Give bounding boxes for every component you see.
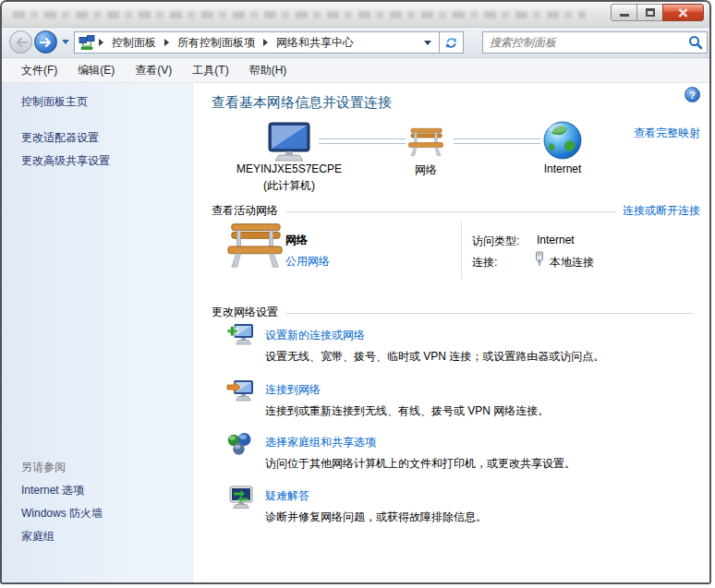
page-title: 查看基本网络信息并设置连接 [212, 94, 392, 112]
local-connection-link[interactable]: 本地连接 [550, 255, 594, 270]
refresh-button[interactable] [439, 31, 464, 54]
menu-help[interactable]: 帮助(H) [239, 59, 297, 82]
map-computer-icon[interactable] [265, 122, 313, 166]
network-location-icon [79, 35, 95, 51]
map-connection-line [454, 138, 540, 144]
window-body: 控制面板主页 更改适配器设置 更改高级共享设置 另请参阅 Internet 选项… [2, 83, 709, 582]
map-network-label: 网络 [389, 162, 463, 178]
network-settings-header: 更改网络设置 [212, 305, 278, 320]
breadcrumb-network-sharing-center[interactable]: 网络和共享中心 [272, 33, 358, 53]
see-full-map-link[interactable]: 查看完整映射 [634, 126, 700, 141]
menu-view[interactable]: 查看(V) [125, 59, 182, 82]
sidebar-item-internet-options[interactable]: Internet 选项 [21, 483, 84, 498]
menu-tools[interactable]: 工具(T) [182, 59, 238, 82]
sidebar-item-change-advanced-sharing[interactable]: 更改高级共享设置 [21, 153, 110, 169]
homegroup-sharing-link[interactable]: 选择家庭组和共享选项 [265, 435, 376, 450]
menu-bar: 文件(F) 编辑(E) 查看(V) 工具(T) 帮助(H) [2, 58, 709, 83]
menu-file[interactable]: 文件(F) [11, 59, 67, 82]
see-also-header: 另请参阅 [21, 460, 66, 475]
active-networks-header: 查看活动网络 [212, 203, 278, 219]
search-icon [688, 35, 703, 50]
search-box [482, 31, 708, 54]
close-icon [678, 8, 688, 18]
navigation-bar: 控制面板 所有控制面板项 网络和共享中心 [2, 28, 709, 58]
map-computer-note: (此计算机) [213, 178, 365, 194]
connect-to-network-desc: 连接到或重新连接到无线、有线、拨号或 VPN 网络连接。 [265, 403, 549, 419]
sidebar-item-change-adapter-settings[interactable]: 更改适配器设置 [21, 130, 99, 146]
sidebar-item-control-panel-home[interactable]: 控制面板主页 [21, 94, 88, 110]
setup-new-connection-link[interactable]: 设置新的连接或网络 [265, 328, 365, 343]
forward-button[interactable] [34, 30, 57, 54]
map-internet-label: Internet [522, 162, 603, 175]
access-type-value: Internet [537, 234, 575, 246]
map-internet-icon[interactable] [542, 120, 583, 164]
troubleshoot-desc: 诊断并修复网络问题，或获得故障排除信息。 [265, 510, 487, 525]
help-button[interactable]: ? [685, 87, 700, 102]
window-controls [611, 4, 704, 21]
sidebar-item-windows-firewall[interactable]: Windows 防火墙 [21, 506, 103, 522]
map-network-icon[interactable] [407, 127, 444, 161]
window-title-illegible [13, 11, 586, 18]
breadcrumb-separator [263, 39, 268, 46]
back-arrow-icon [14, 36, 29, 49]
section-rule [285, 211, 615, 212]
left-task-pane: 控制面板主页 更改适配器设置 更改高级共享设置 另请参阅 Internet 选项… [2, 83, 192, 582]
ethernet-plug-icon [534, 251, 545, 270]
maximize-button[interactable] [636, 4, 663, 21]
forward-arrow-icon [39, 36, 54, 49]
breadcrumb-control-panel[interactable]: 控制面板 [107, 33, 161, 53]
connections-label: 连接: [472, 255, 497, 270]
back-button[interactable] [9, 30, 32, 54]
connect-disconnect-link[interactable]: 连接或断开连接 [623, 203, 700, 219]
connect-to-network-link[interactable]: 连接到网络 [265, 382, 321, 398]
address-bar[interactable]: 控制面板 所有控制面板项 网络和共享中心 [74, 31, 440, 54]
minimize-icon [620, 14, 629, 17]
maximize-icon [646, 8, 655, 17]
active-networks-header-row: 查看活动网络 连接或断开连接 [212, 203, 700, 219]
address-dropdown-icon[interactable] [424, 41, 431, 45]
network-category-link[interactable]: 公用网络 [285, 254, 330, 270]
troubleshoot-icon[interactable] [226, 486, 254, 513]
access-type-label: 访问类型: [472, 234, 519, 249]
map-computer-name: MEYINJXE5S7ECPE [213, 162, 365, 175]
breadcrumb-separator [99, 39, 103, 46]
map-connection-line [319, 138, 406, 144]
refresh-icon [444, 36, 458, 50]
section-rule [285, 313, 693, 314]
setup-new-connection-desc: 设置无线、宽带、拨号、临时或 VPN 连接；或设置路由器或访问点。 [265, 349, 604, 365]
breadcrumb-all-items[interactable]: 所有控制面板项 [173, 33, 260, 53]
recent-pages-dropdown[interactable] [62, 40, 69, 44]
active-network-name: 网络 [285, 233, 308, 248]
minimize-button[interactable] [611, 4, 637, 21]
homegroup-sharing-desc: 访问位于其他网络计算机上的文件和打印机，或更改共享设置。 [265, 456, 576, 472]
search-input[interactable] [483, 36, 685, 49]
title-bar [2, 2, 709, 28]
sidebar-item-homegroup[interactable]: 家庭组 [21, 529, 55, 545]
network-sharing-center-window: 控制面板 所有控制面板项 网络和共享中心 [0, 0, 711, 584]
active-network-divider [461, 222, 462, 279]
close-button[interactable] [662, 4, 704, 21]
homegroup-sharing-icon[interactable] [226, 432, 252, 460]
search-button[interactable] [685, 32, 707, 53]
network-settings-header-row: 更改网络设置 [212, 305, 700, 320]
menu-edit[interactable]: 编辑(E) [67, 59, 125, 82]
breadcrumb-separator [164, 39, 169, 46]
new-connection-icon[interactable] [226, 323, 254, 351]
troubleshoot-link[interactable]: 疑难解答 [265, 488, 309, 504]
active-network-icon [226, 222, 284, 273]
main-content: ? 查看基本网络信息并设置连接 [192, 83, 709, 582]
connect-to-network-icon[interactable] [226, 379, 254, 407]
